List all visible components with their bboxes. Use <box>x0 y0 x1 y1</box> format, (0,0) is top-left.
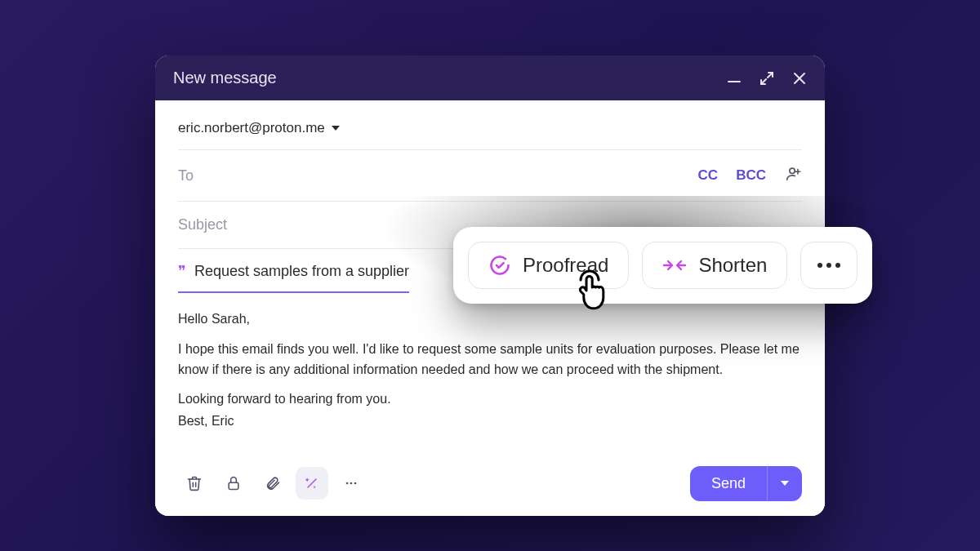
shorten-button[interactable]: Shorten <box>642 242 787 289</box>
recipient-actions: CC BCC <box>698 165 802 186</box>
ai-suggestion-chip[interactable]: ❞ Request samples from a supplier <box>178 249 409 293</box>
message-body[interactable]: Hello Sarah, I hope this email finds you… <box>178 293 802 456</box>
from-address: eric.norbert@proton.me <box>178 120 325 136</box>
to-field[interactable]: To <box>178 167 194 184</box>
to-row: To CC BCC <box>178 150 802 202</box>
send-group: Send <box>690 466 802 501</box>
body-signoff: Best, Eric <box>178 411 802 432</box>
quote-icon: ❞ <box>178 262 186 280</box>
more-ai-actions-button[interactable] <box>800 242 858 289</box>
add-contact-icon[interactable] <box>784 165 802 186</box>
compose-header: New message <box>155 56 825 100</box>
window-controls <box>727 71 807 86</box>
from-selector[interactable]: eric.norbert@proton.me <box>178 109 802 150</box>
suggestion-text: Request samples from a supplier <box>194 263 409 280</box>
expand-icon[interactable] <box>760 71 774 86</box>
send-more-button[interactable] <box>767 466 802 501</box>
proofread-button[interactable]: Proofread <box>468 242 629 289</box>
ai-wand-icon[interactable] <box>296 467 328 500</box>
body-paragraph: Looking forward to hearing from you. <box>178 389 802 410</box>
trash-icon[interactable] <box>178 467 211 500</box>
svg-point-11 <box>354 482 357 485</box>
bcc-button[interactable]: BCC <box>736 167 766 184</box>
proofread-icon <box>488 254 511 277</box>
svg-point-9 <box>346 482 349 485</box>
lock-icon[interactable] <box>217 467 250 500</box>
attachment-icon[interactable] <box>256 467 289 500</box>
body-paragraph: I hope this email finds you well. I'd li… <box>178 340 802 380</box>
svg-rect-8 <box>229 483 238 490</box>
compose-body: eric.norbert@proton.me To CC BCC Subject… <box>155 100 825 516</box>
ai-actions-popover: Proofread Shorten <box>453 227 872 304</box>
svg-point-5 <box>790 168 795 173</box>
send-button[interactable]: Send <box>690 466 767 501</box>
proofread-label: Proofread <box>523 254 608 277</box>
chevron-down-icon <box>332 126 340 131</box>
close-icon[interactable] <box>792 71 807 86</box>
window-title: New message <box>173 69 277 87</box>
compose-toolbar: Send <box>178 456 802 501</box>
more-options-icon[interactable] <box>335 467 368 500</box>
toolbar-left <box>178 467 368 500</box>
body-greeting: Hello Sarah, <box>178 309 802 330</box>
minimize-icon[interactable] <box>727 71 742 86</box>
svg-point-10 <box>350 482 353 485</box>
shorten-label: Shorten <box>698 254 767 277</box>
chevron-down-icon <box>781 481 789 486</box>
shorten-icon <box>662 257 687 273</box>
cc-button[interactable]: CC <box>698 167 719 184</box>
ellipsis-icon <box>817 263 840 268</box>
